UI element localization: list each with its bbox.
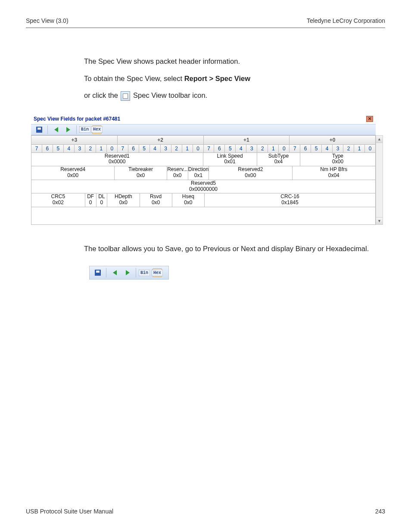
prev-arrow-icon (54, 127, 58, 132)
bit-header: 0 (193, 145, 204, 153)
scroll-up-icon[interactable]: ▲ (376, 136, 383, 143)
next-button[interactable] (63, 125, 73, 134)
bin-label: Bin (139, 270, 150, 276)
intro-p3-post: Spec View toolbar icon. (133, 91, 207, 99)
bit-header: 6 (42, 145, 53, 153)
field-reserved1: Reserved10x0000 (31, 153, 203, 167)
field-linkspeed: Link Speed0x01 (203, 153, 257, 167)
prev-arrow-icon (113, 270, 117, 275)
bit-header: 5 (311, 145, 322, 153)
specview-toolbar-icon (121, 91, 130, 101)
bit-header: 3 (75, 145, 85, 153)
field-row: Reserved10x0000 Link Speed0x01 SubType0x… (31, 153, 375, 167)
toolbar-separator (106, 268, 106, 277)
field-df: DF0 (85, 193, 97, 207)
header-right: Teledyne LeCroy Corporation (307, 17, 385, 24)
byte-header: +3 (31, 135, 118, 145)
specview-grid: +3 +2 +1 +0 7 6 5 4 3 2 1 0 7 6 5 4 3 2 … (31, 135, 376, 225)
bit-header: 1 (96, 145, 107, 153)
bit-header: 4 (236, 145, 246, 153)
field-row: CRC50x02 DF0 DL0 HDepth0x0 Rsvd0x0 Hseq0… (31, 193, 375, 207)
bit-header: 7 (204, 145, 215, 153)
bit-header: 3 (161, 145, 171, 153)
field-spacer (31, 207, 375, 224)
byte-header: +2 (118, 135, 204, 145)
field-direction: Direction0x1 (188, 166, 209, 180)
bit-header: 4 (322, 145, 333, 153)
bit-header: 7 (31, 145, 42, 153)
field-row: Reserved40x00 Tiebreaker0x0 Reserv...0x0… (31, 166, 375, 180)
bit-header: 1 (268, 145, 279, 153)
bit-header: 3 (333, 145, 343, 153)
field-hdepth: HDepth0x0 (107, 193, 140, 207)
mini-prev-button[interactable] (110, 268, 119, 277)
mini-toolbar: Bin Hex (89, 266, 169, 280)
field-type: Type0x00 (300, 153, 375, 167)
field-crc5: CRC50x02 (31, 193, 85, 207)
fields-body: Reserved10x0000 Link Speed0x01 SubType0x… (31, 153, 376, 225)
intro-p3-pre: or click the (84, 91, 120, 99)
bit-header: 5 (225, 145, 236, 153)
specview-toolbar: Bin Hex (31, 124, 376, 135)
bit-header-row: 7 6 5 4 3 2 1 0 7 6 5 4 3 2 1 0 7 6 5 4 … (31, 145, 376, 153)
next-arrow-icon (66, 127, 70, 132)
bit-header: 2 (257, 145, 268, 153)
save-icon (36, 127, 42, 133)
mini-save-button[interactable] (93, 268, 103, 277)
scroll-down-icon[interactable]: ▼ (376, 217, 383, 224)
field-reserv: Reserv...0x0 (167, 166, 188, 180)
mini-next-button[interactable] (123, 268, 132, 277)
bin-button[interactable]: Bin (80, 125, 90, 134)
field-subtype: SubType0x4 (257, 153, 300, 167)
byte-header: +0 (290, 135, 376, 145)
vertical-scrollbar[interactable]: ▲ ▼ (376, 135, 383, 225)
field-tiebreaker: Tiebreaker0x0 (115, 166, 167, 180)
field-reserved2: Reserved20x00 (209, 166, 292, 180)
save-button[interactable] (34, 125, 44, 134)
bit-header: 6 (128, 145, 139, 153)
toolbar-separator (76, 125, 77, 134)
field-reserved5: Reserved50x00000000 (31, 180, 375, 194)
header-rule (26, 28, 385, 28)
byte-header-row: +3 +2 +1 +0 (31, 135, 376, 145)
field-dl: DL0 (97, 193, 108, 207)
bit-header: 0 (365, 145, 376, 153)
close-icon[interactable]: ✕ (366, 116, 373, 122)
field-hseq: Hseq0x0 (172, 193, 205, 207)
mini-bin-button[interactable]: Bin (140, 268, 149, 277)
bit-header: 2 (85, 145, 96, 153)
bin-label: Bin (79, 126, 90, 133)
toolbar-separator (136, 268, 136, 277)
after-p: The toolbar allows you to Save, go to Pr… (84, 245, 386, 253)
intro-p1: The Spec View shows packet header inform… (84, 56, 411, 67)
hex-button[interactable]: Hex (92, 125, 102, 134)
bit-header: 7 (118, 145, 128, 153)
intro-p2: To obtain the Spec View, select Report >… (84, 73, 411, 84)
hex-label: Hex (91, 126, 103, 133)
bit-header: 2 (343, 145, 354, 153)
hex-label: Hex (152, 270, 163, 276)
bit-header: 3 (246, 145, 257, 153)
field-reserved4: Reserved40x00 (31, 166, 115, 180)
toolbar-separator (47, 125, 48, 134)
after-text: The toolbar allows you to Save, go to Pr… (84, 245, 386, 253)
body-text: The Spec View shows packet header inform… (84, 56, 411, 101)
bit-header: 7 (290, 145, 300, 153)
bit-header: 2 (171, 145, 182, 153)
footer-left: USB Protocol Suite User Manual (26, 508, 113, 515)
page-header: Spec View (3.0) Teledyne LeCroy Corporat… (0, 0, 411, 28)
field-crc16: CRC-160x1845 (205, 193, 375, 207)
bit-header: 0 (279, 145, 290, 153)
field-rsvd: Rsvd0x0 (140, 193, 172, 207)
intro-p3: or click the Spec View toolbar icon. (84, 90, 411, 101)
specview-window: Spec View Fields for packet #67481 ✕ Bin… (31, 114, 376, 225)
page-footer: USB Protocol Suite User Manual 243 (26, 508, 385, 515)
footer-page-number: 243 (375, 508, 385, 515)
bit-header: 5 (53, 145, 64, 153)
next-arrow-icon (126, 270, 130, 275)
intro-p2-bold: Report > Spec View (184, 75, 250, 82)
mini-hex-button[interactable]: Hex (153, 268, 162, 277)
prev-button[interactable] (51, 125, 61, 134)
bit-header: 0 (107, 145, 118, 153)
field-row: Reserved50x00000000 (31, 180, 375, 194)
